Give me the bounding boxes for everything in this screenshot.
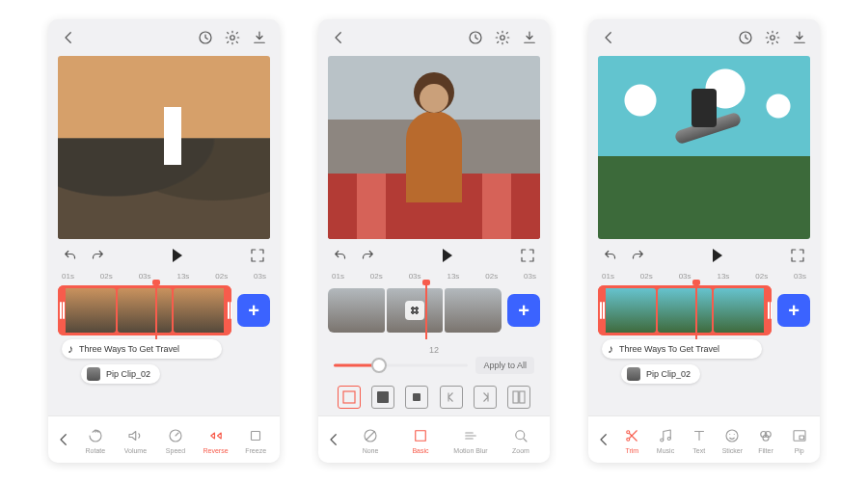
bottom-nav: Rotate Volume Speed Reverse Freeze — [48, 415, 280, 463]
nav-rotate[interactable]: Rotate — [75, 426, 116, 454]
undo-icon[interactable] — [602, 247, 619, 264]
redo-icon[interactable] — [629, 247, 646, 264]
time-ruler: 01s02s03s13s02s03s — [48, 272, 280, 285]
bottom-nav: None Basic Motion Blur Zoom — [318, 415, 550, 463]
note-icon: ♪ — [608, 342, 613, 356]
history-icon[interactable] — [737, 29, 754, 46]
nav-pip[interactable]: Pip — [782, 426, 816, 454]
slider-panel: 12 Apply to All — [318, 339, 550, 378]
player-controls — [318, 239, 550, 272]
player-controls — [48, 239, 280, 272]
top-bar — [588, 19, 820, 56]
play-icon[interactable] — [713, 249, 722, 262]
add-clip-button[interactable]: + — [777, 294, 810, 327]
video-preview[interactable] — [328, 56, 540, 239]
svg-point-5 — [501, 36, 505, 40]
svg-point-15 — [627, 430, 630, 433]
svg-rect-7 — [513, 391, 518, 403]
back-icon[interactable] — [330, 29, 347, 46]
trim-handle-right[interactable] — [764, 285, 772, 335]
history-icon[interactable] — [197, 29, 214, 46]
fullscreen-icon[interactable] — [519, 247, 536, 264]
back-icon[interactable] — [60, 29, 77, 46]
play-icon[interactable] — [173, 249, 182, 262]
music-chip[interactable]: ♪Three Ways To Get Travel — [62, 339, 222, 359]
frame-opt-square[interactable] — [405, 386, 428, 409]
nav-volume[interactable]: Volume — [116, 426, 156, 454]
layer-chips: ♪Three Ways To Get Travel Pip Clip_02 — [48, 339, 280, 384]
transition-badge-icon[interactable] — [405, 301, 424, 320]
pip-thumb-icon — [627, 367, 640, 381]
nav-back-icon[interactable] — [592, 431, 615, 448]
download-icon[interactable] — [521, 29, 538, 46]
music-chip[interactable]: ♪Three Ways To Get Travel — [602, 339, 762, 359]
nav-basic[interactable]: Basic — [395, 426, 446, 454]
frame-opt-split[interactable] — [507, 386, 530, 409]
nav-zoom[interactable]: Zoom — [496, 426, 546, 454]
nav-none[interactable]: None — [345, 426, 395, 454]
frame-opt-full[interactable] — [338, 386, 361, 409]
frame-options — [318, 378, 550, 416]
top-bar — [318, 19, 550, 56]
trim-handle-left[interactable] — [58, 285, 66, 335]
nav-music[interactable]: Music — [649, 426, 683, 454]
add-clip-button[interactable]: + — [237, 294, 270, 327]
clip-selected[interactable] — [58, 285, 231, 335]
nav-speed[interactable]: Speed — [155, 426, 196, 454]
undo-icon[interactable] — [332, 247, 349, 264]
frame-opt-center[interactable] — [371, 386, 394, 409]
timeline[interactable]: + — [328, 287, 540, 334]
undo-icon[interactable] — [62, 247, 79, 264]
clip[interactable] — [328, 288, 502, 333]
slider-knob[interactable] — [371, 358, 387, 373]
playhead[interactable] — [155, 283, 157, 339]
nav-sticker[interactable]: Sticker — [716, 426, 749, 454]
playhead[interactable] — [695, 283, 697, 339]
phone-screen-2: 01s02s03s13s02s03s + 12 Apply to All Non… — [318, 19, 550, 463]
nav-text[interactable]: Text — [682, 426, 716, 454]
settings-icon[interactable] — [494, 29, 511, 46]
frame-opt-skipfwd[interactable] — [474, 386, 497, 409]
svg-rect-10 — [416, 430, 426, 441]
svg-point-11 — [516, 430, 525, 439]
nav-back-icon[interactable] — [52, 431, 75, 448]
settings-icon[interactable] — [764, 29, 781, 46]
play-icon[interactable] — [443, 249, 452, 262]
video-preview[interactable] — [58, 56, 270, 239]
trim-handle-left[interactable] — [598, 285, 606, 335]
nav-motionblur[interactable]: Motion Blur — [446, 426, 496, 454]
fullscreen-icon[interactable] — [249, 247, 266, 264]
nav-back-icon[interactable] — [322, 431, 345, 448]
fullscreen-icon[interactable] — [789, 247, 806, 264]
download-icon[interactable] — [791, 29, 808, 46]
bottom-nav: Trim Music Text Sticker Filter Pip — [588, 415, 820, 463]
nav-trim[interactable]: Trim — [615, 426, 649, 454]
pip-chip[interactable]: Pip Clip_02 — [81, 364, 160, 384]
settings-icon[interactable] — [224, 29, 241, 46]
back-icon[interactable] — [600, 29, 617, 46]
history-icon[interactable] — [467, 29, 484, 46]
apply-all-button[interactable]: Apply to All — [475, 357, 534, 374]
clip-selected[interactable] — [598, 285, 772, 335]
playhead[interactable] — [425, 283, 427, 339]
pip-chip[interactable]: Pip Clip_02 — [621, 364, 700, 384]
svg-point-13 — [771, 36, 775, 40]
frame-opt-skipback[interactable] — [440, 386, 463, 409]
download-icon[interactable] — [251, 29, 268, 46]
redo-icon[interactable] — [89, 247, 106, 264]
duration-slider[interactable] — [334, 359, 468, 372]
player-controls — [588, 239, 820, 272]
nav-filter[interactable]: Filter — [749, 426, 783, 454]
svg-rect-8 — [520, 391, 525, 403]
timeline[interactable]: + — [598, 287, 810, 334]
video-preview[interactable] — [598, 56, 810, 239]
nav-freeze[interactable]: Freeze — [235, 426, 276, 454]
redo-icon[interactable] — [359, 247, 376, 264]
nav-reverse[interactable]: Reverse — [196, 426, 236, 454]
add-clip-button[interactable]: + — [507, 294, 540, 327]
svg-rect-6 — [343, 391, 355, 403]
timeline[interactable]: + — [58, 287, 270, 334]
svg-point-16 — [661, 439, 664, 442]
layer-chips: ♪Three Ways To Get Travel Pip Clip_02 — [588, 339, 820, 384]
trim-handle-right[interactable] — [224, 285, 231, 335]
